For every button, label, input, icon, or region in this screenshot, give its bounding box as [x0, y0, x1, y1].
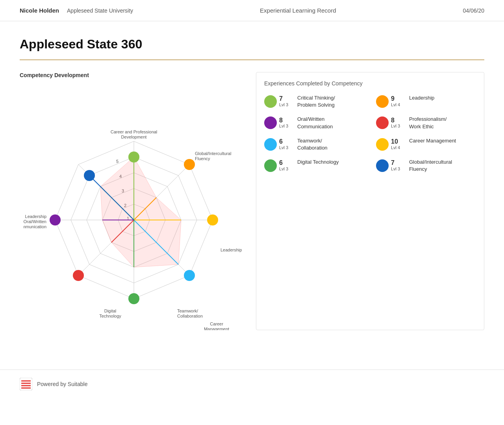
competency-count: 6	[279, 159, 290, 166]
radar-dot-professionalism	[73, 270, 84, 281]
svg-marker-14	[100, 157, 181, 267]
radar-dot-oral	[50, 214, 61, 225]
svg-text:Oral/Written: Oral/Written	[24, 219, 46, 224]
competency-color-dot	[264, 95, 277, 108]
suitable-logo	[20, 378, 32, 390]
main-content: Appleseed State 360 Competency Developme…	[0, 21, 504, 346]
competency-item: 7Lvl 3Critical Thinking/ Problem Solving	[264, 94, 364, 109]
competency-color-dot	[264, 116, 277, 129]
divider	[20, 59, 484, 60]
content-area: Competency Development	[20, 72, 484, 330]
svg-text:Technology: Technology	[99, 314, 121, 318]
competency-color-dot	[376, 95, 389, 108]
radar-dot-teamwork	[184, 270, 195, 281]
svg-text:Development: Development	[121, 135, 147, 139]
radar-chart-container: 1 2 3 4 5	[24, 86, 244, 330]
competency-name: Professionalism/ Work Ethic	[409, 116, 447, 130]
competency-item: 8Lvl 3Oral/Written Communication	[264, 116, 364, 130]
competency-count: 9	[391, 95, 402, 102]
competency-item: 10Lvl 4Career Management	[376, 137, 476, 152]
competency-item: 9Lvl 4Leadership	[376, 94, 476, 109]
axis-label-career-prof: Career and Professional	[111, 129, 158, 134]
competency-item: 7Lvl 3Global/Intercultural Fluency	[376, 159, 476, 173]
competency-count: 8	[391, 117, 402, 124]
competency-name: Teamwork/ Collaboration	[297, 137, 328, 152]
axis-label-leadership-oral: Leadership	[25, 214, 46, 219]
experiences-section-title: Experiences Completed by Competency	[264, 80, 476, 87]
competency-level: Lvl 3	[279, 145, 290, 150]
radar-dot-career-prof	[128, 152, 139, 163]
competency-name: Career Management	[409, 137, 456, 144]
page-footer: Powered by Suitable	[0, 370, 504, 398]
svg-text:Management: Management	[204, 327, 229, 330]
competency-color-dot	[376, 116, 389, 129]
competency-item: 8Lvl 3Professionalism/ Work Ethic	[376, 116, 476, 130]
svg-text:Fluency: Fluency	[195, 156, 210, 161]
radar-dot-career-mgmt	[207, 214, 218, 225]
competency-level: Lvl 4	[391, 145, 402, 150]
right-panel: Experiences Completed by Competency 7Lvl…	[256, 72, 484, 330]
competency-level: Lvl 3	[279, 102, 290, 107]
competency-color-dot	[376, 159, 389, 172]
axis-label-career-mgmt: Career	[210, 322, 223, 326]
competency-name: Global/Intercultural Fluency	[409, 159, 452, 173]
axis-label-teamwork: Teamwork/	[177, 309, 198, 313]
svg-text:Communication: Communication	[24, 224, 46, 229]
document-date: 04/06/20	[463, 7, 485, 14]
competency-level: Lvl 3	[391, 124, 402, 128]
radar-chart: 1 2 3 4 5	[24, 86, 244, 330]
axis-label-digital: Digital	[104, 309, 117, 313]
footer-powered-by: Powered by Suitable	[37, 381, 87, 387]
competency-item: 6Lvl 3Teamwork/ Collaboration	[264, 137, 364, 152]
competency-grid: 7Lvl 3Critical Thinking/ Problem Solving…	[264, 94, 476, 173]
document-title: Experiential Learning Record	[260, 7, 336, 14]
competency-section-title: Competency Development	[20, 72, 248, 78]
svg-text:Collaboration: Collaboration	[177, 314, 203, 318]
competency-name: Oral/Written Communication	[297, 116, 333, 130]
competency-count: 8	[279, 117, 290, 124]
competency-level: Lvl 3	[279, 124, 290, 128]
page-title: Appleseed State 360	[20, 37, 484, 52]
competency-name: Critical Thinking/ Problem Solving	[297, 94, 335, 109]
competency-count: 7	[391, 159, 402, 166]
competency-count: 10	[391, 138, 402, 145]
left-panel: Competency Development	[20, 72, 248, 330]
page-header: Nicole Holden Appleseed State University…	[0, 0, 504, 21]
axis-label-leadership: Leadership	[220, 248, 242, 252]
competency-name: Leadership	[409, 94, 434, 102]
competency-level: Lvl 3	[391, 166, 402, 171]
radar-dot-global	[84, 170, 95, 181]
axis-label-global: Global/Intercultural	[195, 151, 231, 156]
competency-count: 7	[279, 95, 290, 102]
student-name: Nicole Holden	[20, 7, 59, 14]
university-name: Appleseed State University	[67, 7, 133, 14]
competency-item: 6Lvl 3Digital Technology	[264, 159, 364, 173]
competency-level: Lvl 4	[391, 102, 402, 107]
competency-name: Digital Technology	[297, 159, 339, 166]
competency-color-dot	[376, 138, 389, 151]
radar-dot-leadership	[184, 159, 195, 170]
level-5-label: 5	[116, 159, 119, 164]
competency-color-dot	[264, 138, 277, 151]
competency-count: 6	[279, 138, 290, 145]
competency-level: Lvl 3	[279, 166, 290, 171]
competency-color-dot	[264, 159, 277, 172]
radar-dot-digital	[128, 293, 139, 304]
